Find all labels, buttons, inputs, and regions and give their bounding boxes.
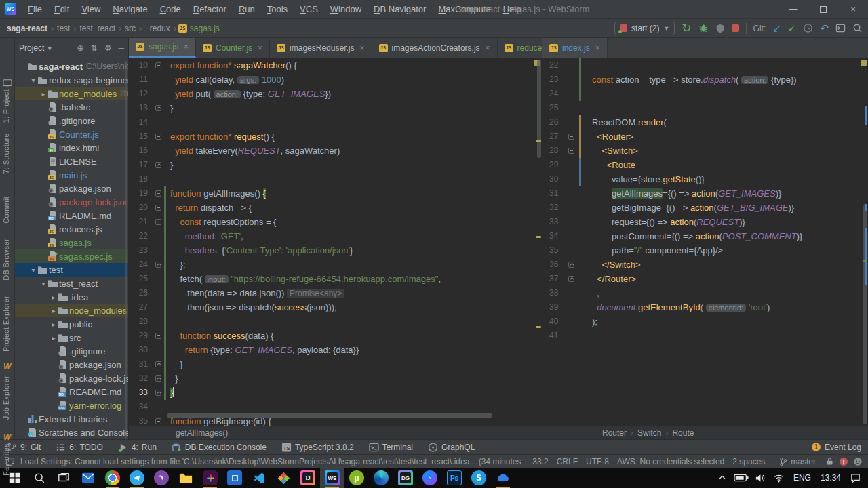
fold-column[interactable]	[152, 258, 164, 272]
code-line-40[interactable]: 40);	[542, 314, 868, 329]
code-line-32[interactable]: 32 }	[129, 371, 542, 386]
code-line-26[interactable]: 26 .then(data => data.json()) Promise<an…	[129, 286, 542, 300]
menu-tools[interactable]: Tools	[261, 1, 294, 18]
tree-scrollbar[interactable]	[125, 61, 127, 439]
tree-item-package.json[interactable]: package.json	[15, 358, 128, 371]
code-line-27[interactable]: 27 .then(json => dispatch(success(json))…	[129, 300, 542, 314]
fold-open-icon[interactable]	[155, 62, 161, 68]
code-line-18[interactable]: 18	[129, 172, 542, 186]
code-line-24[interactable]: 24	[542, 87, 868, 101]
code-line-22[interactable]: 22 method: 'GET',	[129, 229, 542, 243]
code-line-29[interactable]: 29 <Route	[542, 158, 868, 172]
fold-column[interactable]	[152, 215, 164, 229]
line-number[interactable]: 38	[542, 286, 563, 300]
tree-item-.babelrc[interactable]: .babelrc	[15, 100, 128, 114]
status-2-spaces[interactable]: 2 spaces	[728, 457, 769, 466]
code-line-25[interactable]: 25 fetch( input: "https://boiling-refuge…	[129, 272, 542, 286]
toolwindow-terminal[interactable]: Terminal	[369, 442, 413, 452]
code-line-27[interactable]: 27 <Router>	[542, 129, 868, 144]
line-number[interactable]: 30	[129, 343, 152, 357]
code-line-13[interactable]: 13}	[129, 101, 542, 115]
tree-item-package.json[interactable]: package.json	[15, 182, 128, 195]
code-line-28[interactable]: 28	[129, 314, 542, 329]
fold-open-icon[interactable]	[155, 219, 161, 225]
tree-item-package-lock.json[interactable]: package-lock.json	[15, 195, 128, 209]
breadcrumb-test_react[interactable]: test_react	[78, 24, 117, 33]
code-line-21[interactable]: 21 const requestOptions = {	[129, 215, 542, 229]
git-update-button[interactable]: ↙	[772, 23, 781, 33]
tab-close-icon[interactable]: ×	[184, 42, 189, 52]
w-plugin-icon[interactable]: W	[3, 432, 11, 442]
fold-column[interactable]	[152, 386, 164, 400]
taskbar-cloud[interactable]	[491, 468, 515, 488]
code-line-15[interactable]: 15export function* request() {	[129, 129, 542, 144]
editor-left[interactable]: 10export function* sagaWatcher() {11 yie…	[129, 58, 542, 426]
breadcrumb-src[interactable]: src	[123, 24, 137, 33]
code-line-23[interactable]: 23 headers: {'Content-Type': 'applicatio…	[129, 243, 542, 258]
tab-imagesreduser.js[interactable]: JSimagesReduser.js×	[270, 38, 372, 58]
locate-file-icon[interactable]: ⊕	[77, 43, 84, 53]
toolwindow-git[interactable]: 9:Git	[7, 442, 41, 452]
menu-code[interactable]: Code	[154, 1, 187, 18]
tree-item-scratches-and-consoles[interactable]: Scratches and Consoles	[15, 426, 128, 439]
tree-item-node-modules[interactable]: ▸node_moduleslibr	[15, 87, 128, 100]
tree-expand-arrow[interactable]: ▸	[50, 334, 58, 342]
code-line-33[interactable]: 33}	[129, 386, 542, 400]
tool-stripe--structure[interactable]: 7: Structure	[2, 133, 10, 174]
fold-end-icon[interactable]	[155, 361, 161, 367]
toolwindow-db-execution-console[interactable]: DB Execution Console	[172, 442, 267, 452]
run-config-selector[interactable]: start (2) ▼	[614, 22, 675, 35]
fold-open-icon[interactable]	[155, 134, 161, 140]
fold-end-icon[interactable]	[155, 105, 161, 111]
line-number[interactable]: 27	[129, 300, 152, 314]
code-line-31[interactable]: 31 }	[129, 357, 542, 371]
line-number[interactable]: 31	[129, 357, 152, 371]
scroll-source-icon[interactable]: ⇅	[91, 43, 98, 53]
taskbar-chrome[interactable]	[100, 468, 125, 488]
tab-index.js[interactable]: JSindex.js×	[542, 38, 608, 58]
fold-column[interactable]	[152, 129, 164, 144]
minimize-button[interactable]: —	[778, 0, 808, 18]
rollback-button[interactable]: ↶	[820, 23, 829, 33]
fold-column[interactable]	[152, 186, 164, 201]
code-line-31[interactable]: 31 getAllImages={() => action(GET_IMAGES…	[542, 186, 868, 201]
line-number[interactable]: 24	[542, 87, 563, 101]
tree-item-counter.js[interactable]: JSCounter.js	[15, 127, 128, 141]
tree-item-sagas.js[interactable]: JSsagas.js	[15, 236, 128, 249]
fold-column[interactable]	[152, 158, 164, 172]
search-everywhere-button[interactable]	[852, 23, 863, 33]
editor-breadcrumb-item[interactable]: getAllImages()	[174, 428, 230, 438]
line-number[interactable]: 28	[129, 314, 152, 329]
tree-expand-arrow[interactable]: ▸	[50, 293, 58, 301]
breadcrumb-_redux[interactable]: _redux	[144, 24, 172, 33]
line-number[interactable]: 24	[129, 258, 152, 272]
status-33-2[interactable]: 33:2	[528, 457, 552, 466]
git-commit-button[interactable]: ✓	[788, 23, 797, 33]
code-line-22[interactable]: 22	[542, 58, 868, 73]
tool-stripe-commit[interactable]: Commit	[2, 197, 10, 224]
fold-column[interactable]	[152, 101, 164, 115]
editor-breadcrumb-item[interactable]: Route	[670, 428, 696, 438]
fold-column[interactable]	[152, 58, 164, 73]
fold-end-icon[interactable]	[568, 276, 574, 282]
toolwindow-run[interactable]: 4:Run	[118, 442, 157, 452]
code-line-34[interactable]: 34 postComment={() => action(POST_COMMEN…	[542, 229, 868, 243]
fold-column[interactable]	[152, 371, 164, 386]
tree-item-package-lock.js[interactable]: package-lock.js	[15, 371, 128, 385]
toolwindow-typescript-3-8-2[interactable]: TSTypeScript 3.8.2	[281, 442, 354, 452]
error-indicator[interactable]: !	[840, 458, 848, 466]
line-number[interactable]: 13	[129, 101, 152, 115]
code-line-34[interactable]: 34	[129, 400, 542, 414]
taskbar-messenger[interactable]	[418, 468, 442, 488]
menu-view[interactable]: View	[75, 1, 106, 18]
tree-item-readme.md[interactable]: MDREADME.md	[15, 385, 128, 399]
breadcrumb-file[interactable]: JSsagas.js	[178, 24, 220, 33]
line-number[interactable]: 21	[129, 215, 152, 229]
line-number[interactable]: 37	[542, 272, 563, 286]
code-line-25[interactable]: 25	[542, 101, 868, 115]
w-plugin-icon[interactable]: W	[3, 362, 11, 371]
battery-icon[interactable]	[732, 468, 750, 488]
tree-item-sagas.spec.js[interactable]: JSsagas.spec.js	[15, 249, 128, 263]
tab-close-icon[interactable]: ×	[486, 43, 490, 53]
line-number[interactable]: 22	[542, 58, 563, 73]
